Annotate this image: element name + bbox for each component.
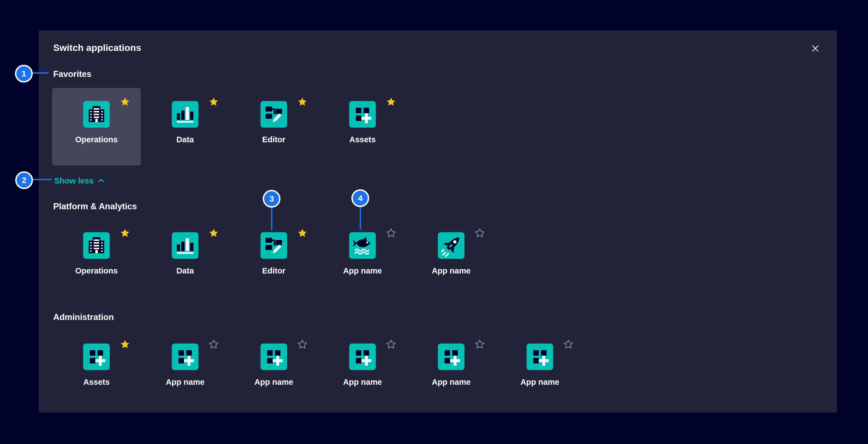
app-tile-data[interactable]: Data [141, 219, 229, 297]
favorite-star-outline-icon[interactable] [475, 339, 485, 349]
app-icon-wrap [260, 343, 287, 370]
app-tile-operations[interactable]: Operations [52, 88, 141, 166]
fish-icon [349, 232, 376, 259]
app-icon-wrap [349, 101, 376, 128]
app-tile-label: Assets [52, 378, 141, 386]
bar-chart-icon [172, 232, 198, 259]
app-icon-wrap [83, 101, 110, 128]
app-tile-app-name[interactable]: App name [229, 331, 318, 408]
annotation-marker-4: 4 [351, 189, 369, 207]
favorite-star-outline-icon[interactable] [386, 228, 396, 238]
app-tile-label: Data [141, 267, 229, 275]
platform-tile-row: Operations Data Editor App name [52, 219, 824, 297]
app-icon-wrap [349, 343, 376, 370]
favorite-star-outline-icon[interactable] [298, 339, 307, 349]
app-icon-wrap [438, 343, 464, 370]
app-tile-app-name[interactable]: App name [407, 331, 496, 408]
app-tile-app-name-rocket[interactable]: App name [407, 219, 496, 297]
app-tile-label: App name [141, 378, 229, 386]
app-icon-wrap [527, 343, 553, 370]
favorite-star-icon[interactable] [120, 339, 130, 349]
annotation-marker-1: 1 [15, 65, 33, 82]
app-tile-app-name[interactable]: App name [318, 331, 407, 408]
grid-plus-icon [260, 343, 287, 370]
section-header-platform-analytics: Platform & Analytics [53, 202, 824, 211]
favorite-star-icon[interactable] [209, 228, 219, 238]
app-tile-assets[interactable]: Assets [52, 331, 141, 408]
app-tile-label: Operations [52, 135, 141, 144]
annotation-line-3 [271, 207, 272, 230]
switch-applications-dialog: Switch applications Favorites Operations… [39, 30, 837, 412]
grid-plus-icon [172, 343, 198, 370]
app-tile-operations[interactable]: Operations [52, 219, 141, 297]
section-header-favorites: Favorites [53, 69, 824, 79]
annotation-line-4 [360, 206, 361, 230]
app-tile-label: App name [318, 267, 407, 275]
rocket-icon [438, 232, 464, 259]
favorite-star-icon[interactable] [298, 228, 307, 238]
app-tile-editor[interactable]: Editor [229, 219, 318, 297]
dialog-title: Switch applications [53, 42, 824, 53]
app-icon-wrap [83, 343, 110, 370]
show-less-label: Show less [54, 176, 94, 185]
favorite-star-outline-icon[interactable] [386, 339, 396, 349]
app-tile-label: App name [407, 267, 496, 275]
grid-plus-icon [83, 343, 110, 370]
app-icon-wrap [438, 232, 464, 259]
annotation-line-1 [32, 72, 48, 74]
app-icon-wrap [260, 101, 287, 128]
app-icon-wrap [172, 343, 198, 370]
app-tile-label: Editor [229, 135, 318, 144]
favorite-star-outline-icon[interactable] [475, 228, 485, 238]
app-tile-app-name[interactable]: App name [141, 331, 229, 408]
app-tile-editor[interactable]: Editor [229, 88, 318, 166]
app-tile-label: App name [229, 378, 318, 386]
flowchart-edit-icon [260, 232, 287, 259]
grid-plus-icon [349, 101, 376, 128]
favorite-star-icon[interactable] [120, 228, 130, 238]
show-less-toggle[interactable]: Show less [54, 176, 105, 185]
close-button[interactable] [808, 41, 823, 57]
building-icon [83, 101, 110, 128]
favorite-star-icon[interactable] [298, 97, 307, 107]
building-icon [83, 232, 110, 259]
app-tile-label: Editor [229, 267, 318, 275]
app-tile-label: Data [141, 135, 229, 144]
favorite-star-outline-icon[interactable] [209, 339, 219, 349]
close-icon [809, 42, 822, 56]
favorite-star-icon[interactable] [386, 97, 396, 107]
app-tile-label: App name [318, 378, 407, 386]
grid-plus-icon [527, 343, 553, 370]
annotation-marker-3: 3 [263, 190, 280, 208]
app-tile-label: Assets [318, 135, 407, 144]
annotation-marker-2: 2 [15, 171, 33, 189]
app-icon-wrap [83, 232, 110, 259]
app-tile-app-name[interactable]: App name [496, 331, 584, 408]
grid-plus-icon [438, 343, 464, 370]
section-header-administration: Administration [53, 312, 824, 322]
app-icon-wrap [172, 232, 198, 259]
app-icon-wrap [349, 232, 376, 259]
annotation-line-2 [32, 179, 52, 180]
app-tile-label: Operations [52, 267, 141, 275]
flowchart-edit-icon [260, 101, 287, 128]
app-tile-label: App name [496, 378, 584, 386]
favorite-star-outline-icon[interactable] [563, 339, 574, 349]
grid-plus-icon [349, 343, 376, 370]
chevron-up-icon [97, 177, 105, 185]
app-tile-label: App name [407, 378, 496, 386]
favorite-star-icon[interactable] [120, 97, 130, 107]
favorite-star-icon[interactable] [209, 97, 219, 107]
app-tile-assets[interactable]: Assets [318, 88, 407, 166]
administration-tile-row: Assets App name App name App name [52, 331, 824, 408]
app-icon-wrap [172, 101, 198, 128]
bar-chart-icon [172, 101, 198, 128]
app-icon-wrap [260, 232, 287, 259]
favorites-tile-row: Operations Data Editor Assets [52, 88, 824, 166]
app-tile-app-name-fish[interactable]: App name [318, 219, 407, 297]
app-tile-data[interactable]: Data [141, 88, 229, 166]
